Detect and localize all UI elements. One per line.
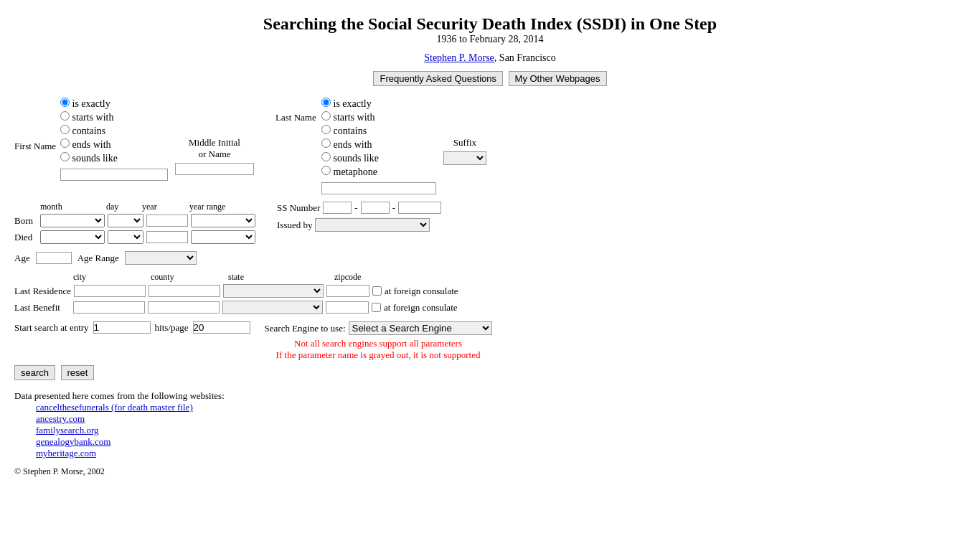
middle-label-line2: or Name: [198, 149, 230, 159]
issued-by-select[interactable]: AlabamaAlaskaArizona ArkansasCaliforniaC…: [315, 218, 430, 232]
suffix-select[interactable]: Jr Sr II III IV: [443, 151, 486, 165]
first-name-input[interactable]: [60, 169, 168, 181]
issued-by-label: Issued by: [277, 220, 312, 231]
footer-link[interactable]: familysearch.org: [36, 425, 98, 435]
hits-per-page-input[interactable]: [193, 321, 250, 334]
ss-number-part1[interactable]: [323, 202, 352, 214]
died-label: Died: [14, 232, 37, 243]
city-header: city: [73, 272, 148, 283]
middle-name-input[interactable]: [175, 163, 254, 175]
page-title: Searching the Social Security Death Inde…: [14, 14, 966, 34]
age-input[interactable]: [36, 252, 72, 264]
year-header: year: [142, 202, 187, 212]
footer-link-item: ancestry.com: [36, 413, 966, 425]
footer-link[interactable]: genealogybank.com: [36, 436, 110, 447]
footer-link-item: myheritage.com: [36, 448, 966, 459]
died-yearrange-select[interactable]: ±1±2±5±10: [191, 230, 255, 244]
footer-link[interactable]: cancelthesefunerals (for death master fi…: [36, 402, 193, 413]
ln-radio-metaphone[interactable]: metaphone: [321, 166, 436, 178]
benefit-city-input[interactable]: [73, 301, 145, 314]
age-range-select[interactable]: ±1±2±5±10: [125, 251, 197, 265]
author-link[interactable]: Stephen P. Morse: [424, 52, 494, 63]
reset-button[interactable]: reset: [61, 365, 95, 380]
ln-radio-contains[interactable]: contains: [321, 125, 436, 137]
yearrange-header: year range: [189, 202, 225, 212]
residence-county-input[interactable]: [149, 285, 220, 297]
residence-city-input[interactable]: [74, 285, 146, 297]
county-header: county: [151, 272, 225, 283]
footer-link-item: cancelthesefunerals (for death master fi…: [36, 402, 966, 413]
fn-radio-sounds-like[interactable]: sounds like: [60, 152, 168, 164]
notice-line1: Not all search engines support all param…: [276, 338, 481, 349]
ln-radio-starts-with[interactable]: starts with: [321, 111, 436, 123]
fn-radio-ends-with[interactable]: ends with: [60, 138, 168, 151]
fn-radio-contains[interactable]: contains: [60, 125, 168, 137]
page-subtitle: 1936 to February 28, 2014: [14, 34, 966, 45]
ln-radio-is-exactly[interactable]: is exactly: [321, 98, 436, 110]
last-residence-label: Last Residence: [14, 286, 71, 297]
age-range-label: Age Range: [77, 253, 119, 264]
residence-foreign-consulate-label: at foreign consulate: [385, 286, 458, 297]
footer-link-item: genealogybank.com: [36, 436, 966, 448]
born-year-input[interactable]: [146, 215, 188, 227]
born-label: Born: [14, 215, 37, 227]
benefit-state-select[interactable]: AlabamaAlaskaArizona CaliforniaFloridaNe…: [222, 301, 323, 314]
faq-button[interactable]: Frequently Asked Questions: [373, 71, 503, 86]
ss-number-part2[interactable]: [361, 202, 390, 214]
last-name-label: Last Name: [275, 112, 319, 123]
day-header: day: [106, 202, 139, 212]
born-yearrange-select[interactable]: ±1±2±5±10: [191, 214, 255, 227]
died-day-select[interactable]: for(let i=1;i<=31;i++) document.write('<…: [108, 230, 143, 244]
last-benefit-label: Last Benefit: [14, 302, 70, 314]
fn-radio-is-exactly[interactable]: is exactly: [60, 98, 168, 110]
benefit-foreign-consulate-checkbox[interactable]: [372, 303, 381, 312]
benefit-zipcode-input[interactable]: [326, 301, 369, 314]
notice-line2: If the parameter name is grayed out, it …: [276, 349, 481, 361]
middle-label-line1: Middle Initial: [189, 137, 240, 148]
died-year-input[interactable]: [146, 231, 188, 243]
fn-radio-starts-with[interactable]: starts with: [60, 111, 168, 123]
ln-radio-sounds-like[interactable]: sounds like: [321, 152, 436, 164]
residence-zipcode-input[interactable]: [326, 285, 369, 297]
born-day-select[interactable]: for(let i=1;i<=31;i++) document.write('<…: [108, 214, 143, 227]
hits-per-page-label: hits/page: [155, 322, 189, 334]
search-engine-select[interactable]: Select a Search Engine Ancestry.com Fami…: [349, 321, 492, 335]
ss-number-part3[interactable]: [398, 202, 441, 214]
residence-foreign-consulate-checkbox[interactable]: [372, 286, 382, 296]
other-pages-button[interactable]: My Other Webpages: [509, 71, 607, 86]
author-location: , San Francisco: [494, 52, 556, 63]
first-name-label: First Name: [14, 141, 57, 152]
ss-number-label: SS Number: [277, 202, 320, 214]
start-search-input[interactable]: [93, 321, 151, 334]
last-name-input[interactable]: [321, 182, 436, 194]
suffix-label: Suffix: [453, 137, 476, 149]
footer-link[interactable]: myheritage.com: [36, 448, 96, 458]
start-search-label: Start search at entry: [14, 322, 89, 334]
ln-radio-ends-with[interactable]: ends with: [321, 138, 436, 151]
state-header: state: [228, 272, 331, 283]
benefit-county-input[interactable]: [148, 301, 220, 314]
footer-link-item: familysearch.org: [36, 425, 966, 436]
benefit-foreign-consulate-label: at foreign consulate: [384, 302, 458, 314]
footer-link[interactable]: ancestry.com: [36, 413, 85, 424]
copyright: © Stephen P. Morse, 2002: [14, 466, 966, 477]
died-month-select[interactable]: JanFebMar AprMayJunJul AugSepOctNovDec: [40, 230, 105, 244]
residence-state-select[interactable]: AlabamaAlaskaArizona CaliforniaFloridaNe…: [223, 284, 324, 298]
born-month-select[interactable]: JanFebMar AprMayJunJul AugSepOctNovDec: [40, 214, 105, 227]
age-label: Age: [14, 253, 30, 264]
data-source-text: Data presented here comes from the follo…: [14, 390, 966, 402]
zipcode-header: zipcode: [334, 272, 361, 283]
month-header: month: [40, 202, 103, 212]
search-engine-label: Search Engine to use:: [265, 323, 346, 334]
search-button[interactable]: search: [14, 365, 55, 380]
